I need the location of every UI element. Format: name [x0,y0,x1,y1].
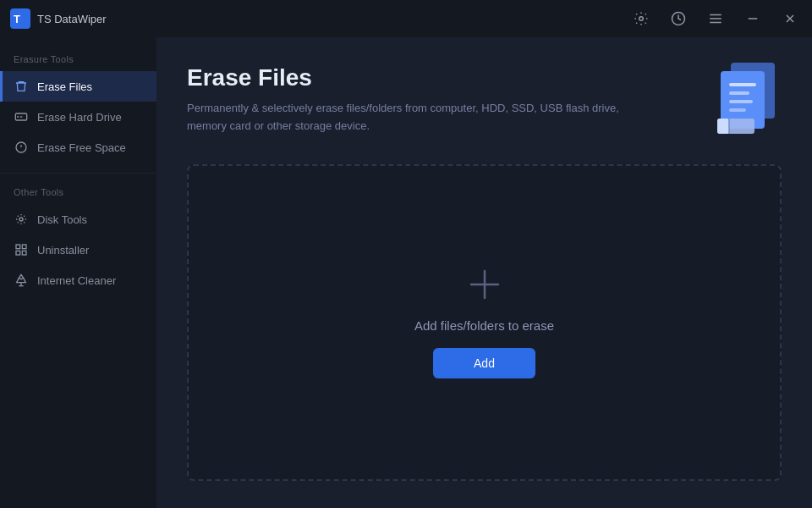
svg-point-2 [639,17,644,21]
title-bar-left: T TS DataWiper [10,8,107,29]
other-tools-label: Other Tools [0,184,156,204]
drop-zone-label: Add files/folders to erase [414,318,554,333]
menu-button[interactable] [704,7,727,30]
title-bar: T TS DataWiper [0,0,812,37]
header-text: Erase Files Permanently & selectively er… [187,64,627,135]
hero-icon [705,56,782,141]
plus-icon [468,268,502,306]
svg-rect-23 [729,83,756,86]
sidebar-item-uninstaller[interactable]: Uninstaller [0,235,156,265]
sidebar-item-label: Erase Hard Drive [37,111,122,124]
sidebar-item-label: Uninstaller [37,244,89,257]
svg-rect-28 [717,119,729,134]
add-button[interactable]: Add [433,348,535,378]
history-button[interactable] [667,7,690,30]
content-header: Erase Files Permanently & selectively er… [187,64,782,141]
sidebar-item-label: Internet Cleaner [37,274,116,287]
erasure-tools-label: Erasure Tools [0,51,156,71]
sidebar-item-label: Erase Free Space [37,141,126,154]
svg-rect-18 [22,251,26,255]
app-icon: T [10,8,30,29]
app-title: TS DataWiper [37,13,107,25]
sidebar-item-label: Disk Tools [37,213,87,226]
page-description: Permanently & selectively erase files/fo… [187,100,627,135]
erase-files-icon [14,79,29,94]
sidebar-item-label: Erase Files [37,80,92,93]
title-bar-controls [629,7,802,30]
drop-zone[interactable]: Add files/folders to erase Add [187,164,782,481]
erase-hard-drive-icon [14,109,29,124]
svg-rect-26 [729,108,746,112]
svg-point-14 [19,218,23,221]
settings-button[interactable] [629,7,653,30]
main-layout: Erasure Tools Erase Files Erase Hard Dri… [0,37,812,508]
svg-rect-15 [16,245,20,249]
svg-rect-17 [16,251,20,255]
uninstaller-icon [14,242,29,257]
content-area: Erase Files Permanently & selectively er… [156,37,812,508]
disk-tools-icon [14,212,29,227]
sidebar-item-erase-free-space[interactable]: Erase Free Space [0,132,156,163]
minimize-button[interactable] [741,7,765,30]
page-title: Erase Files [187,64,627,91]
sidebar-item-erase-files[interactable]: Erase Files [0,71,156,102]
svg-rect-25 [729,100,753,103]
svg-rect-24 [729,91,749,95]
sidebar-item-internet-cleaner[interactable]: Internet Cleaner [0,265,156,295]
erase-free-space-icon [14,140,29,155]
sidebar: Erasure Tools Erase Files Erase Hard Dri… [0,37,156,508]
internet-cleaner-icon [14,273,29,288]
close-button[interactable] [778,7,802,30]
sidebar-divider [0,173,156,174]
sidebar-item-erase-hard-drive[interactable]: Erase Hard Drive [0,102,156,132]
sidebar-item-disk-tools[interactable]: Disk Tools [0,204,156,235]
svg-text:T: T [14,13,20,25]
svg-rect-16 [22,245,26,249]
